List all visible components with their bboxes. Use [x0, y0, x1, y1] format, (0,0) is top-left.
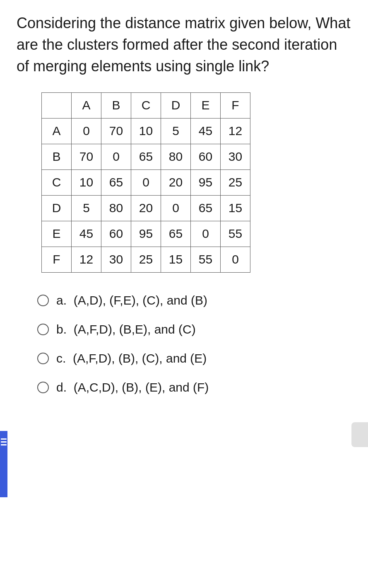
table-row: A0701054512 [42, 118, 250, 144]
distance-matrix-table: ABCDEFA0701054512B70065806030C1065020952… [41, 92, 351, 273]
option-a[interactable]: a. (A,D), (F,E), (C), and (B) [37, 293, 351, 307]
option-b[interactable]: b. (A,F,D), (B,E), and (C) [37, 322, 351, 336]
sidebar-icon [1, 438, 7, 445]
option-c-label: c. (A,F,D), (B), (C), and (E) [56, 351, 207, 365]
radio-c[interactable] [37, 353, 49, 364]
option-d-label: d. (A,C,D), (B), (E), and (F) [56, 380, 209, 394]
option-a-label: a. (A,D), (F,E), (C), and (B) [56, 293, 207, 307]
table-row: E45609565055 [42, 221, 250, 247]
table-row: C10650209525 [42, 169, 250, 195]
answer-options: a. (A,D), (F,E), (C), and (B) b. (A,F,D)… [17, 293, 351, 394]
table-row: D5802006515 [42, 195, 250, 221]
scroll-handle[interactable] [351, 422, 368, 447]
option-c[interactable]: c. (A,F,D), (B), (C), and (E) [37, 351, 351, 365]
question-text: Considering the distance matrix given be… [17, 12, 351, 77]
option-d[interactable]: d. (A,C,D), (B), (E), and (F) [37, 380, 351, 394]
radio-a[interactable] [37, 295, 49, 306]
table-row: F12302515550 [42, 247, 250, 272]
table-row: B70065806030 [42, 144, 250, 169]
radio-d[interactable] [37, 382, 49, 393]
radio-b[interactable] [37, 324, 49, 335]
option-b-label: b. (A,F,D), (B,E), and (C) [56, 322, 196, 336]
